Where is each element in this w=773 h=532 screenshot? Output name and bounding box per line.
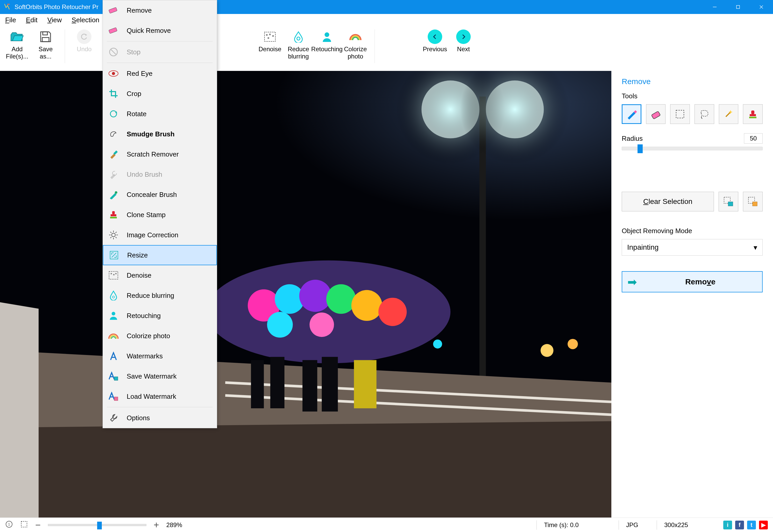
chevron-left-icon (428, 29, 442, 44)
menu-selection[interactable]: Selection (72, 16, 99, 24)
rainbow-icon (348, 29, 363, 44)
menu-item-stop: Stop (103, 42, 217, 62)
svg-rect-5 (42, 38, 49, 42)
svg-rect-1 (737, 5, 740, 9)
menu-item-label: Red Eye (127, 70, 152, 71)
eye-icon (107, 68, 119, 71)
reduce-blurring-button[interactable]: Reduce blurring (287, 29, 310, 60)
next-button[interactable]: Next (451, 29, 475, 53)
person-icon (320, 29, 334, 44)
window-maximize-button[interactable] (726, 0, 750, 14)
menu-item-red-eye[interactable]: Red Eye (103, 63, 217, 71)
stop-circle-icon (107, 46, 119, 58)
eraser-pink-icon (107, 25, 119, 36)
svg-point-60 (109, 71, 118, 71)
window-close-button[interactable] (750, 0, 773, 14)
menu-file[interactable]: File (5, 16, 16, 24)
denoise-icon (263, 29, 277, 44)
svg-rect-9 (272, 35, 274, 37)
denoise-button[interactable]: Denoise (258, 29, 282, 53)
folder-open-icon (10, 29, 24, 44)
previous-button[interactable]: Previous (423, 29, 447, 53)
chevron-right-icon (456, 29, 471, 44)
undo-button[interactable]: Undo (72, 29, 96, 53)
add-files-button[interactable]: Add File(s)... (5, 29, 29, 60)
svg-rect-7 (266, 34, 268, 36)
eraser-pink-icon (107, 4, 119, 16)
menu-item-label: Stop (127, 48, 141, 56)
svg-rect-4 (43, 32, 47, 35)
menu-item-quick-remove[interactable]: Quick Remove (103, 20, 217, 41)
svg-rect-56 (109, 7, 117, 13)
save-as-button[interactable]: Save as... (34, 29, 57, 60)
menu-item-label: Remove (127, 6, 152, 14)
menu-edit[interactable]: Edit (26, 16, 38, 24)
retouching-button[interactable]: Retouching (315, 29, 339, 53)
menu-view[interactable]: View (47, 16, 62, 24)
svg-rect-8 (269, 34, 271, 35)
save-icon (38, 29, 53, 44)
svg-point-12 (325, 32, 329, 37)
svg-rect-10 (268, 37, 269, 39)
undo-icon (77, 29, 91, 44)
blur-drop-icon (291, 29, 306, 44)
colorize-button[interactable]: Colorize photo (344, 29, 367, 60)
menu-item-label: Quick Remove (127, 27, 171, 35)
tools-context-menu: RemoveQuick RemoveStopRed EyeCropRotateS… (102, 0, 217, 71)
svg-line-59 (111, 50, 116, 54)
svg-point-11 (297, 37, 300, 40)
window-minimize-button[interactable] (703, 0, 726, 14)
svg-rect-57 (109, 27, 117, 33)
app-icon (4, 3, 11, 11)
menu-item-remove[interactable]: Remove (103, 0, 217, 20)
